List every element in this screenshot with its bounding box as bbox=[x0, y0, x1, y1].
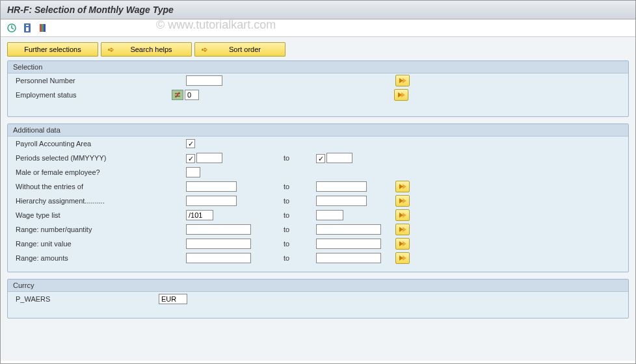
wage-type-to-input[interactable] bbox=[316, 210, 343, 220]
personnel-number-input[interactable] bbox=[186, 75, 222, 86]
further-selections-button[interactable]: Further selections bbox=[7, 42, 98, 57]
range-unit-label: Range: unit value bbox=[16, 240, 172, 248]
svg-rect-2 bbox=[26, 25, 29, 26]
search-helps-button[interactable]: ➪ Search helps bbox=[101, 42, 192, 57]
wage-type-from-input[interactable] bbox=[186, 210, 213, 220]
employment-status-input[interactable] bbox=[185, 90, 199, 100]
range-unit-more-button[interactable] bbox=[395, 238, 410, 250]
p-waers-input[interactable] bbox=[159, 294, 187, 304]
personnel-number-more-button[interactable] bbox=[395, 75, 410, 86]
svg-rect-3 bbox=[26, 27, 29, 31]
hierarchy-row: Hierarchy assignment.......... to bbox=[8, 194, 628, 208]
without-entries-from-input[interactable] bbox=[186, 181, 237, 192]
range-qty-more-button[interactable] bbox=[395, 224, 410, 235]
additional-data-title: Additional data bbox=[8, 124, 628, 136]
info-icon[interactable] bbox=[21, 22, 33, 34]
hierarchy-to-input[interactable] bbox=[316, 196, 367, 206]
hierarchy-more-button[interactable] bbox=[395, 195, 410, 207]
sort-order-button[interactable]: ➪ Sort order bbox=[194, 42, 285, 57]
periods-to-input[interactable] bbox=[326, 153, 352, 163]
wage-type-row: Wage type list to bbox=[8, 208, 628, 222]
page-title: HR-F: Selection of Monthly Wage Type bbox=[7, 5, 174, 15]
svg-rect-4 bbox=[40, 24, 42, 32]
selection-group-title: Selection bbox=[8, 61, 628, 73]
to-label: to bbox=[284, 240, 310, 248]
gender-input[interactable] bbox=[186, 167, 200, 177]
wage-type-label: Wage type list bbox=[16, 211, 172, 219]
periods-row: Periods selected (MMYYYY) ✓ to ✓ bbox=[8, 151, 628, 165]
payroll-area-label: Payroll Accounting Area bbox=[16, 140, 172, 148]
currency-group-title: Currcy bbox=[8, 280, 628, 292]
employment-status-more-button[interactable] bbox=[394, 89, 408, 101]
sort-order-label: Sort order bbox=[211, 46, 278, 53]
currency-group: Currcy P_WAERS bbox=[7, 279, 629, 318]
payroll-area-checkbox[interactable]: ✓ bbox=[186, 139, 195, 148]
content-area: Further selections ➪ Search helps ➪ Sort… bbox=[1, 37, 635, 361]
range-qty-row: Range: number/quantity to bbox=[8, 222, 628, 237]
range-amt-to-input[interactable] bbox=[316, 253, 381, 263]
without-entries-to-input[interactable] bbox=[316, 181, 367, 192]
range-qty-from-input[interactable] bbox=[186, 224, 251, 235]
to-label: to bbox=[284, 197, 310, 205]
search-helps-label: Search helps bbox=[118, 46, 185, 53]
range-qty-label: Range: number/quantity bbox=[16, 226, 172, 233]
wage-type-more-button[interactable] bbox=[395, 209, 410, 221]
range-unit-row: Range: unit value to bbox=[8, 237, 628, 251]
flag-icon[interactable] bbox=[37, 22, 49, 34]
gender-row: Male or female employee? bbox=[8, 165, 628, 179]
range-amt-label: Range: amounts bbox=[16, 254, 172, 262]
personnel-number-label: Personnel Number bbox=[16, 77, 172, 84]
range-amt-row: Range: amounts to bbox=[8, 251, 628, 265]
periods-label: Periods selected (MMYYYY) bbox=[16, 154, 172, 162]
personnel-number-row: Personnel Number bbox=[8, 73, 628, 88]
svg-rect-6 bbox=[44, 24, 46, 32]
execute-icon[interactable] bbox=[6, 22, 18, 34]
range-unit-to-input[interactable] bbox=[316, 239, 381, 249]
range-amt-from-input[interactable] bbox=[186, 253, 251, 263]
title-bar: HR-F: Selection of Monthly Wage Type bbox=[1, 1, 635, 20]
range-qty-to-input[interactable] bbox=[316, 224, 381, 235]
range-unit-from-input[interactable] bbox=[186, 239, 251, 249]
periods-to-checkbox[interactable]: ✓ bbox=[316, 154, 325, 163]
periods-from-input[interactable] bbox=[196, 153, 222, 163]
hierarchy-from-input[interactable] bbox=[186, 196, 237, 206]
without-entries-row: Without the entries of to bbox=[8, 179, 628, 194]
to-label: to bbox=[284, 183, 310, 190]
additional-data-group: Additional data Payroll Accounting Area … bbox=[7, 124, 629, 272]
not-equal-icon[interactable] bbox=[172, 90, 183, 100]
app-toolbar bbox=[1, 20, 635, 37]
arrow-right-icon: ➪ bbox=[108, 46, 114, 54]
payroll-area-row: Payroll Accounting Area ✓ bbox=[8, 136, 628, 151]
employment-status-row: Employment status bbox=[8, 88, 628, 102]
gender-label: Male or female employee? bbox=[16, 168, 172, 176]
to-label: to bbox=[284, 211, 310, 219]
to-label: to bbox=[284, 226, 310, 233]
selection-buttons: Further selections ➪ Search helps ➪ Sort… bbox=[7, 42, 629, 57]
to-label: to bbox=[284, 154, 310, 162]
employment-status-label: Employment status bbox=[16, 91, 172, 99]
range-amt-more-button[interactable] bbox=[395, 252, 410, 264]
p-waers-label: P_WAERS bbox=[16, 295, 159, 303]
svg-rect-5 bbox=[42, 24, 44, 32]
further-selections-label: Further selections bbox=[24, 46, 81, 53]
arrow-right-icon: ➪ bbox=[202, 46, 207, 54]
periods-from-checkbox[interactable]: ✓ bbox=[186, 154, 195, 163]
p-waers-row: P_WAERS bbox=[8, 292, 628, 306]
to-label: to bbox=[284, 254, 310, 262]
without-entries-label: Without the entries of bbox=[16, 183, 172, 190]
selection-group: Selection Personnel Number Employment st… bbox=[7, 60, 629, 117]
hierarchy-label: Hierarchy assignment.......... bbox=[16, 197, 172, 205]
without-entries-more-button[interactable] bbox=[395, 181, 410, 192]
